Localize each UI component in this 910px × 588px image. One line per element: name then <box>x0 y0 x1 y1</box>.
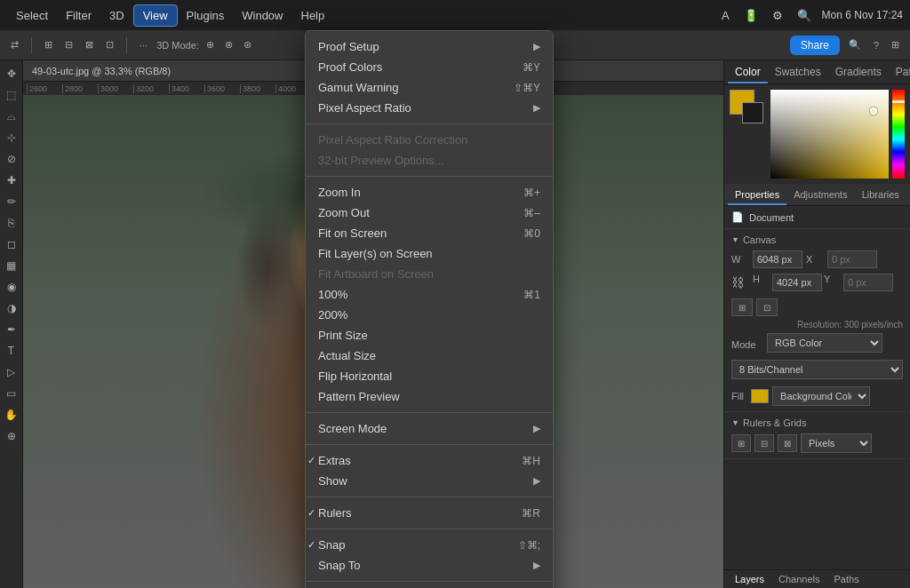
tab-paragraph[interactable]: Paragraph <box>906 186 910 205</box>
toolbar-align-right[interactable]: ⊠ <box>82 37 97 52</box>
menu-gamut-warning[interactable]: Gamut Warning ⇧⌘Y <box>306 77 553 98</box>
y-input[interactable] <box>843 274 893 291</box>
menu-snap-to[interactable]: Snap To ▶ <box>306 555 553 576</box>
menu-zoom-out[interactable]: Zoom Out ⌘– <box>306 203 553 223</box>
pixels-select[interactable]: Pixels <box>801 433 872 453</box>
toolbar-3d-mode: 3D Mode: ⊕ ⊗ ⊛ <box>156 37 255 52</box>
tab-color[interactable]: Color <box>728 62 768 83</box>
menu-100pct[interactable]: 100% ⌘1 <box>306 284 553 305</box>
menu-fit-layers-label: Fit Layer(s) on Screen <box>318 247 433 260</box>
tab-properties[interactable]: Properties <box>728 186 786 205</box>
menu-filter[interactable]: Filter <box>57 5 100 26</box>
menu-fit-layers[interactable]: Fit Layer(s) on Screen <box>306 243 553 264</box>
width-input[interactable] <box>753 250 802 268</box>
tool-path[interactable]: ▷ <box>2 362 21 382</box>
tool-heal[interactable]: ✚ <box>2 171 21 190</box>
bits-select[interactable]: 8 Bits/Channel <box>731 360 903 379</box>
tool-gradient[interactable]: ▦ <box>2 256 21 275</box>
tab-patterns[interactable]: Patterns <box>889 62 910 83</box>
tool-select[interactable]: ⬚ <box>2 85 21 105</box>
menu-extras[interactable]: ✓ Extras ⌘H <box>306 450 553 471</box>
tool-crop[interactable]: ⊹ <box>2 128 21 147</box>
tab-swatches[interactable]: Swatches <box>768 62 828 83</box>
menu-32bit-preview: 32-bit Preview Options... <box>306 150 553 171</box>
menu-actual-size[interactable]: Actual Size <box>306 346 553 366</box>
toolbar-align-center[interactable]: ⊟ <box>61 37 76 52</box>
menu-show[interactable]: Show ▶ <box>306 471 553 491</box>
toolbar-3d-icon1[interactable]: ⊕ <box>203 37 218 52</box>
tool-clone[interactable]: ⎘ <box>2 213 21 233</box>
grid-icon[interactable]: ⊟ <box>754 434 774 452</box>
canvas-label: Canvas <box>743 234 776 245</box>
search-toolbar-icon[interactable]: 🔍 <box>845 37 865 52</box>
tool-zoom[interactable]: ⊕ <box>2 426 21 446</box>
rulers-grids-label: Rulers & Grids <box>743 417 807 428</box>
menu-screen-mode[interactable]: Screen Mode ▶ <box>306 418 553 439</box>
tool-dodge[interactable]: ◑ <box>2 298 21 318</box>
menu-print-size[interactable]: Print Size <box>306 325 553 346</box>
tab-paths[interactable]: Paths <box>827 570 866 588</box>
menu-pattern-preview[interactable]: Pattern Preview <box>306 386 553 407</box>
menu-fit-on-screen[interactable]: Fit on Screen ⌘0 <box>306 223 553 243</box>
background-color-swatch[interactable] <box>742 102 763 123</box>
tool-shape[interactable]: ▭ <box>2 384 21 403</box>
toolbar-3d-icon3[interactable]: ⊛ <box>240 37 255 52</box>
menu-proof-setup[interactable]: Proof Setup ▶ <box>306 36 553 57</box>
menu-window[interactable]: Window <box>233 5 291 26</box>
x-input[interactable] <box>827 250 877 268</box>
tool-hand[interactable]: ✋ <box>2 405 21 425</box>
tool-pen[interactable]: ✒ <box>2 320 21 339</box>
dot-grid-icon[interactable]: ⊠ <box>778 434 797 452</box>
tool-eyedropper[interactable]: ⊘ <box>2 149 21 169</box>
toolbar-arrows[interactable]: ⇄ <box>7 37 22 52</box>
tab-libraries[interactable]: Libraries <box>855 186 906 205</box>
menu-section-3: Zoom In ⌘+ Zoom Out ⌘– Fit on Screen ⌘0 … <box>306 180 553 409</box>
color-gradient-picker[interactable] <box>770 90 889 179</box>
menu-plugins[interactable]: Plugins <box>178 5 234 26</box>
menu-section-7: ✓ Snap ⇧⌘; Snap To ▶ <box>306 533 553 577</box>
menu-help[interactable]: Help <box>292 5 334 26</box>
toolbar-more[interactable]: ··· <box>136 38 151 52</box>
share-button[interactable]: Share <box>790 36 840 55</box>
menu-pixel-aspect-ratio[interactable]: Pixel Aspect Ratio ▶ <box>306 98 553 118</box>
menu-snap[interactable]: ✓ Snap ⇧⌘; <box>306 535 553 555</box>
canvas-icon-2[interactable]: ⊡ <box>756 298 778 316</box>
tool-move[interactable]: ✥ <box>2 64 21 83</box>
menu-rulers[interactable]: ✓ Rulers ⌘R <box>306 503 553 523</box>
tool-text[interactable]: T <box>2 341 21 361</box>
color-spectrum-picker[interactable] <box>892 90 905 179</box>
menu-3d[interactable]: 3D <box>100 5 133 26</box>
tab-channels[interactable]: Channels <box>771 570 826 588</box>
menu-view[interactable]: View <box>133 4 178 27</box>
menu-zoom-in[interactable]: Zoom In ⌘+ <box>306 182 553 203</box>
snap-to-arrow-icon: ▶ <box>533 560 540 571</box>
help-toolbar-icon[interactable]: ? <box>870 38 882 52</box>
tool-blur[interactable]: ◉ <box>2 277 21 297</box>
search-icon[interactable]: 🔍 <box>794 7 815 24</box>
ruler-icon[interactable]: ⊞ <box>731 434 751 452</box>
fit-on-screen-shortcut: ⌘0 <box>523 227 540 240</box>
color-picker-area <box>724 84 910 184</box>
toolbar-align-more[interactable]: ⊡ <box>102 37 117 52</box>
tool-eraser[interactable]: ◻ <box>2 234 21 254</box>
canvas-icon-1[interactable]: ⊞ <box>731 298 753 316</box>
tab-gradients[interactable]: Gradients <box>828 62 889 83</box>
layout-toolbar-icon[interactable]: ⊞ <box>888 37 903 52</box>
fill-swatch[interactable] <box>751 389 769 403</box>
tool-lasso[interactable]: ⌓ <box>2 107 21 126</box>
toolbar-3d-icon2[interactable]: ⊗ <box>221 37 236 52</box>
toolbar-align-left[interactable]: ⊞ <box>41 37 56 52</box>
tab-layers[interactable]: Layers <box>728 570 771 588</box>
canvas-chevron-icon: ▼ <box>731 235 739 244</box>
tab-adjustments[interactable]: Adjustments <box>786 186 855 205</box>
menu-select[interactable]: Select <box>7 5 57 26</box>
height-input[interactable] <box>772 274 822 291</box>
menu-flip-horizontal[interactable]: Flip Horizontal <box>306 366 553 386</box>
menu-section-2: Pixel Aspect Ratio Correction 32-bit Pre… <box>306 128 553 172</box>
menu-200pct[interactable]: 200% <box>306 305 553 325</box>
menu-proof-colors[interactable]: Proof Colors ⌘Y <box>306 57 553 77</box>
tool-brush[interactable]: ✏ <box>2 192 21 211</box>
menu-extras-label: Extras <box>318 454 351 467</box>
fill-select[interactable]: Background Color <box>772 386 870 406</box>
mode-select[interactable]: RGB Color <box>767 333 882 353</box>
